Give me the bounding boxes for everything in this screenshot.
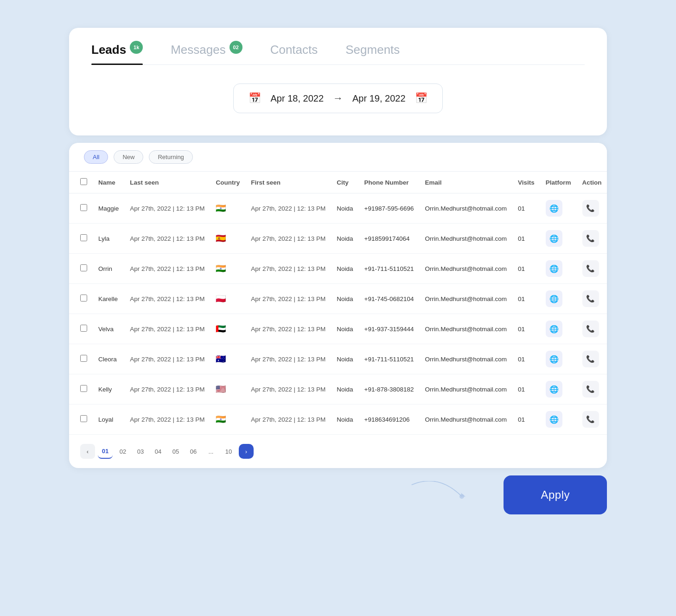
page-wrapper: Leads 1k Messages 02 Contacts Segments 📅… (69, 28, 607, 514)
row-visits: 01 (512, 404, 540, 435)
row-platform-cell: 🌐 (540, 404, 577, 435)
pagination-page-10[interactable]: 10 (221, 444, 236, 459)
tab-contacts-label: Contacts (270, 43, 318, 57)
header-phone: Phone Number (359, 172, 420, 193)
call-button[interactable]: 📞 (582, 351, 599, 367)
row-phone: +91987-595-6696 (359, 193, 420, 224)
row-checkbox-4[interactable] (80, 325, 87, 332)
row-email: Orrin.Medhurst@hotmail.com (420, 193, 513, 224)
row-city: Noida (331, 284, 358, 314)
row-visits: 01 (512, 193, 540, 224)
tab-segments[interactable]: Segments (345, 43, 400, 64)
header-action: Action (577, 172, 607, 193)
leads-table-wrapper: Name Last seen Country First seen City P… (69, 172, 607, 435)
call-button[interactable]: 📞 (582, 260, 599, 277)
calendar-end-icon: 📅 (415, 92, 427, 104)
tab-contacts[interactable]: Contacts (270, 43, 318, 64)
filter-chip-all[interactable]: All (84, 150, 108, 164)
apply-button[interactable]: Apply (504, 475, 607, 514)
row-checkbox-cell (69, 374, 93, 404)
call-button[interactable]: 📞 (582, 321, 599, 337)
row-platform-cell: 🌐 (540, 314, 577, 344)
row-action-cell: 📞 (577, 224, 607, 254)
tab-messages[interactable]: Messages 02 (171, 43, 242, 64)
call-button[interactable]: 📞 (582, 411, 599, 428)
date-start: Apr 18, 2022 (270, 93, 324, 104)
row-first-seen: Apr 27th, 2022 | 12: 13 PM (245, 193, 331, 224)
pagination-page-05[interactable]: 05 (168, 444, 183, 459)
filter-chip-returning[interactable]: Returning (149, 150, 192, 164)
row-checkbox-6[interactable] (80, 385, 87, 392)
platform-web-button[interactable]: 🌐 (546, 290, 562, 307)
row-phone: +91-937-3159444 (359, 314, 420, 344)
row-city: Noida (331, 344, 358, 374)
row-last-seen: Apr 27th, 2022 | 12: 13 PM (124, 344, 210, 374)
platform-web-button[interactable]: 🌐 (546, 260, 562, 277)
header-visits: Visits (512, 172, 540, 193)
tab-leads[interactable]: Leads 1k (91, 43, 143, 64)
row-action-cell: 📞 (577, 284, 607, 314)
top-card: Leads 1k Messages 02 Contacts Segments 📅… (69, 28, 607, 135)
platform-web-button[interactable]: 🌐 (546, 230, 562, 247)
tab-leads-label: Leads (91, 43, 126, 57)
platform-web-button[interactable]: 🌐 (546, 351, 562, 367)
row-first-seen: Apr 27th, 2022 | 12: 13 PM (245, 344, 331, 374)
row-platform-cell: 🌐 (540, 284, 577, 314)
row-checkbox-cell (69, 254, 93, 284)
row-phone: +91-745-0682104 (359, 284, 420, 314)
row-name: Maggie (93, 193, 124, 224)
row-city: Noida (331, 193, 358, 224)
row-checkbox-0[interactable] (80, 204, 87, 211)
row-country: 🇮🇳 (210, 193, 245, 224)
header-name: Name (93, 172, 124, 193)
row-platform-cell: 🌐 (540, 344, 577, 374)
row-name: Velva (93, 314, 124, 344)
row-country: 🇦🇪 (210, 314, 245, 344)
row-visits: 01 (512, 284, 540, 314)
row-name: Loyal (93, 404, 124, 435)
row-first-seen: Apr 27th, 2022 | 12: 13 PM (245, 224, 331, 254)
row-email: Orrin.Medhurst@hotmail.com (420, 374, 513, 404)
row-checkbox-7[interactable] (80, 415, 87, 422)
row-phone: +91-711-5110521 (359, 344, 420, 374)
calendar-start-icon: 📅 (249, 92, 261, 104)
row-platform-cell: 🌐 (540, 254, 577, 284)
row-checkbox-2[interactable] (80, 264, 87, 271)
platform-web-button[interactable]: 🌐 (546, 200, 562, 217)
platform-web-button[interactable]: 🌐 (546, 321, 562, 337)
row-first-seen: Apr 27th, 2022 | 12: 13 PM (245, 284, 331, 314)
row-checkbox-5[interactable] (80, 355, 87, 362)
row-checkbox-3[interactable] (80, 295, 87, 302)
tab-messages-badge: 02 (230, 41, 242, 54)
filter-chip-new[interactable]: New (114, 150, 143, 164)
pagination-page-03[interactable]: 03 (133, 444, 148, 459)
pagination-page-06[interactable]: 06 (186, 444, 201, 459)
row-checkbox-1[interactable] (80, 234, 87, 241)
row-first-seen: Apr 27th, 2022 | 12: 13 PM (245, 314, 331, 344)
row-checkbox-cell (69, 344, 93, 374)
pagination-next[interactable]: › (239, 444, 254, 459)
row-phone: +918599174064 (359, 224, 420, 254)
call-button[interactable]: 📞 (582, 200, 599, 217)
row-last-seen: Apr 27th, 2022 | 12: 13 PM (124, 224, 210, 254)
table-row: Karelle Apr 27th, 2022 | 12: 13 PM 🇵🇱 Ap… (69, 284, 607, 314)
pagination-page-01[interactable]: 01 (98, 444, 113, 459)
call-button[interactable]: 📞 (582, 290, 599, 307)
pagination-ellipsis: ... (204, 444, 218, 459)
call-button[interactable]: 📞 (582, 230, 599, 247)
row-country: 🇮🇳 (210, 404, 245, 435)
platform-web-button[interactable]: 🌐 (546, 411, 562, 428)
select-all-checkbox[interactable] (80, 178, 87, 185)
call-button[interactable]: 📞 (582, 381, 599, 398)
platform-web-button[interactable]: 🌐 (546, 381, 562, 398)
header-last-seen: Last seen (124, 172, 210, 193)
pagination-page-04[interactable]: 04 (151, 444, 166, 459)
row-visits: 01 (512, 344, 540, 374)
pagination-page-02[interactable]: 02 (115, 444, 130, 459)
pagination-prev[interactable]: ‹ (80, 444, 95, 459)
row-country: 🇮🇳 (210, 254, 245, 284)
row-country: 🇺🇸 (210, 374, 245, 404)
date-range-box[interactable]: 📅 Apr 18, 2022 → Apr 19, 2022 📅 (233, 83, 442, 113)
row-country: 🇵🇱 (210, 284, 245, 314)
table-row: Maggie Apr 27th, 2022 | 12: 13 PM 🇮🇳 Apr… (69, 193, 607, 224)
